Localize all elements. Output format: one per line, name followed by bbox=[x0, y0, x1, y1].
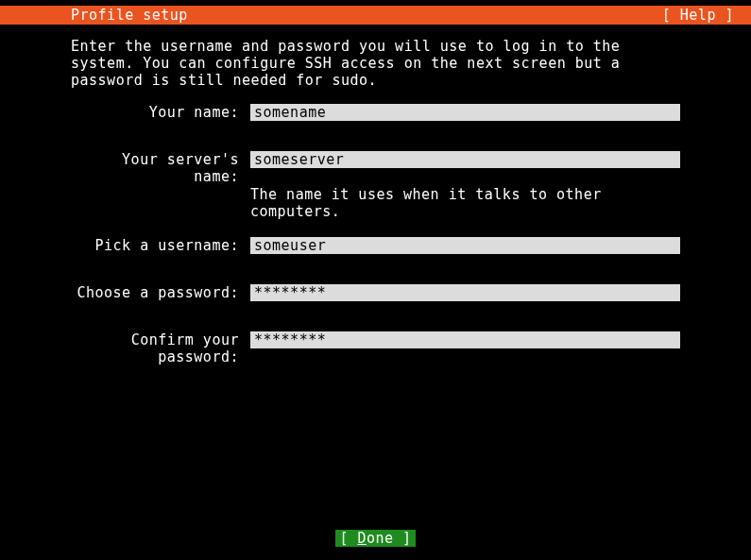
done-rest: one bbox=[367, 530, 394, 547]
content-area: Enter the username and password you will… bbox=[0, 25, 751, 365]
help-button[interactable]: [ Help ] bbox=[662, 7, 734, 24]
label-your-name: Your name: bbox=[71, 104, 250, 121]
input-password[interactable] bbox=[250, 284, 680, 301]
done-suffix: ] bbox=[394, 530, 412, 547]
page-title: Profile setup bbox=[71, 7, 188, 24]
helper-server-name: The name it uses when it talks to other … bbox=[250, 186, 680, 220]
row-your-name: Your name: bbox=[71, 104, 680, 121]
row-confirm-password: Confirm your password: bbox=[71, 331, 680, 365]
input-your-name[interactable] bbox=[250, 104, 680, 121]
label-password: Choose a password: bbox=[71, 284, 250, 301]
input-confirm-password[interactable] bbox=[250, 331, 680, 348]
header-bar: Profile setup [ Help ] bbox=[0, 6, 751, 25]
instructions-text: Enter the username and password you will… bbox=[71, 38, 680, 89]
input-server-name[interactable] bbox=[250, 151, 680, 168]
row-password: Choose a password: bbox=[71, 284, 680, 301]
label-confirm-password: Confirm your password: bbox=[71, 331, 250, 365]
done-button[interactable]: [ Done ] bbox=[335, 530, 415, 547]
label-server-name: Your server's name: bbox=[71, 151, 250, 185]
label-username: Pick a username: bbox=[71, 237, 250, 254]
row-server-name: Your server's name: bbox=[71, 151, 680, 185]
done-prefix: [ bbox=[339, 530, 357, 547]
footer: [ Done ] bbox=[0, 530, 751, 547]
input-username[interactable] bbox=[250, 237, 680, 254]
done-key: D bbox=[357, 530, 367, 547]
row-username: Pick a username: bbox=[71, 237, 680, 254]
